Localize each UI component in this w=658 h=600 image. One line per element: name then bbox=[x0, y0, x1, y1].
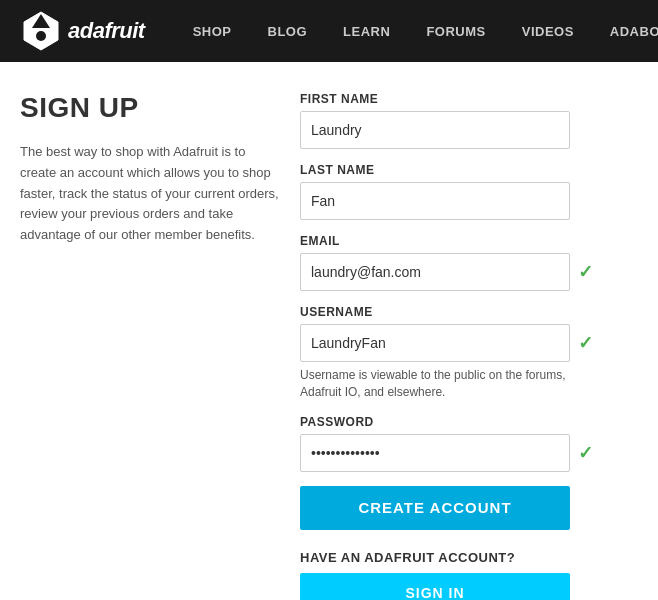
password-field-group: PASSWORD ✓ bbox=[300, 415, 638, 472]
left-panel: SIGN UP The best way to shop with Adafru… bbox=[20, 92, 280, 600]
nav-blog[interactable]: BLOG bbox=[250, 16, 326, 47]
password-row: ✓ bbox=[300, 434, 638, 472]
email-row: ✓ bbox=[300, 253, 638, 291]
page-title: SIGN UP bbox=[20, 92, 280, 124]
adafruit-logo-icon bbox=[20, 10, 62, 52]
username-hint: Username is viewable to the public on th… bbox=[300, 367, 570, 401]
password-input[interactable] bbox=[300, 434, 570, 472]
email-input[interactable] bbox=[300, 253, 570, 291]
last-name-row bbox=[300, 182, 638, 220]
svg-point-2 bbox=[36, 31, 46, 41]
first-name-label: FIRST NAME bbox=[300, 92, 638, 106]
header: adafruit SHOP BLOG LEARN FORUMS VIDEOS A… bbox=[0, 0, 658, 62]
password-label: PASSWORD bbox=[300, 415, 638, 429]
main-content: SIGN UP The best way to shop with Adafru… bbox=[0, 62, 658, 600]
logo[interactable]: adafruit bbox=[20, 10, 145, 52]
main-nav: SHOP BLOG LEARN FORUMS VIDEOS ADABOX bbox=[175, 16, 658, 47]
nav-videos[interactable]: VIDEOS bbox=[504, 16, 592, 47]
create-account-button[interactable]: CREATE ACCOUNT bbox=[300, 486, 570, 530]
nav-shop[interactable]: SHOP bbox=[175, 16, 250, 47]
email-label: EMAIL bbox=[300, 234, 638, 248]
username-label: USERNAME bbox=[300, 305, 638, 319]
nav-learn[interactable]: LEARN bbox=[325, 16, 408, 47]
username-row: ✓ bbox=[300, 324, 638, 362]
first-name-row bbox=[300, 111, 638, 149]
username-valid-icon: ✓ bbox=[578, 332, 593, 354]
signup-form: FIRST NAME LAST NAME EMAIL ✓ USERNAME bbox=[300, 92, 638, 600]
email-field-group: EMAIL ✓ bbox=[300, 234, 638, 291]
have-account-label: HAVE AN ADAFRUIT ACCOUNT? bbox=[300, 550, 638, 565]
last-name-field-group: LAST NAME bbox=[300, 163, 638, 220]
nav-adabox[interactable]: ADABOX bbox=[592, 16, 658, 47]
username-field-group: USERNAME ✓ Username is viewable to the p… bbox=[300, 305, 638, 401]
logo-text: adafruit bbox=[68, 18, 145, 44]
sign-in-button[interactable]: SIGN IN bbox=[300, 573, 570, 600]
first-name-input[interactable] bbox=[300, 111, 570, 149]
first-name-field-group: FIRST NAME bbox=[300, 92, 638, 149]
email-valid-icon: ✓ bbox=[578, 261, 593, 283]
last-name-input[interactable] bbox=[300, 182, 570, 220]
username-input[interactable] bbox=[300, 324, 570, 362]
password-valid-icon: ✓ bbox=[578, 442, 593, 464]
last-name-label: LAST NAME bbox=[300, 163, 638, 177]
page-description: The best way to shop with Adafruit is to… bbox=[20, 142, 280, 246]
nav-forums[interactable]: FORUMS bbox=[408, 16, 503, 47]
